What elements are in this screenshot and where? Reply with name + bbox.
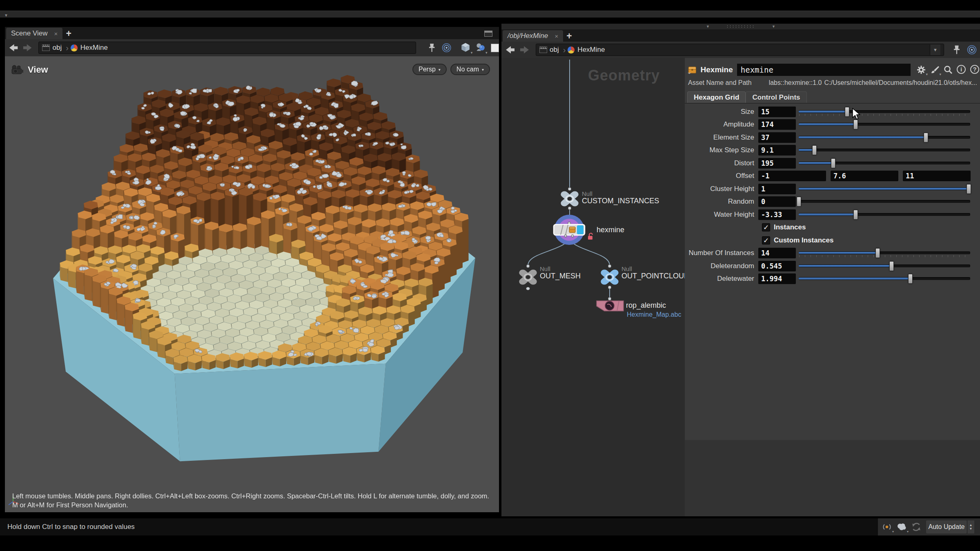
search-icon[interactable] [943, 65, 953, 75]
node-out-pointcloud[interactable] [599, 268, 620, 286]
tab-scene-view[interactable]: Scene View × [6, 28, 62, 39]
memory-brain-icon[interactable]: ▾ [896, 522, 907, 532]
checkbox-custom-instances[interactable]: ✓ [762, 236, 770, 244]
tab-close-icon[interactable]: × [555, 33, 558, 40]
scene-viewport[interactable]: View Persp▾ No cam▾ Left mouse tumbles. … [5, 56, 499, 512]
pane-collapse-icon[interactable]: ▼ [706, 25, 710, 29]
node-name-label[interactable]: OUT_POINTCLOUD [621, 272, 685, 280]
brush-icon[interactable]: ▾ [930, 65, 940, 75]
pane-collapse-icon[interactable]: ▼ [772, 25, 775, 29]
param-slider-cluster-height[interactable] [799, 183, 970, 195]
slider-handle[interactable] [797, 197, 801, 207]
param-slider-deleterandom[interactable] [799, 260, 970, 272]
gear-icon[interactable]: ▾ [916, 65, 926, 75]
path-dropdown-button[interactable]: ▼ [930, 44, 940, 55]
pin-icon[interactable] [426, 42, 438, 53]
pane-layout-icon[interactable] [484, 31, 492, 37]
param-field-cluster-height[interactable]: 1 [758, 184, 796, 194]
param-field-deletewater[interactable]: 1.994 [758, 273, 796, 284]
breadcrumb-obj[interactable]: obj [52, 44, 62, 52]
param-field-size[interactable]: 15 [758, 107, 796, 117]
forward-button[interactable] [519, 45, 531, 55]
param-slider-random[interactable] [799, 196, 970, 207]
radial-menu-icon[interactable] [966, 44, 978, 56]
shading-mode-icon[interactable]: ▾ [474, 42, 486, 53]
camera-dropdown[interactable]: No cam▾ [450, 64, 490, 75]
param-field-distort[interactable]: 195 [758, 158, 796, 169]
slider-handle[interactable] [967, 184, 971, 194]
update-mode-button[interactable]: Auto Update [926, 520, 967, 533]
param-field-amplitude[interactable]: 174 [758, 119, 796, 130]
node-name-label[interactable]: rop_alembic [626, 301, 666, 310]
back-button[interactable] [7, 43, 19, 53]
checkbox-instances[interactable]: ✓ [762, 223, 770, 231]
node-name-label[interactable]: OUT_MESH [540, 272, 581, 280]
network-path-breadcrumb[interactable]: obj › HexMine ▼ [536, 44, 944, 56]
slider-handle[interactable] [908, 274, 913, 284]
hda-chest-icon[interactable] [687, 64, 697, 75]
node-name-label[interactable]: CUSTOM_INSTANCES [582, 197, 659, 205]
param-field-max-step-size[interactable]: 9.1 [758, 145, 796, 156]
param-slider-water-height[interactable] [799, 209, 970, 220]
pane-grip-handle[interactable] [726, 25, 755, 28]
slider-handle[interactable] [831, 158, 835, 168]
param-field-offset-0[interactable]: -1 [758, 171, 826, 181]
param-slider-size[interactable] [799, 106, 970, 118]
slider-handle[interactable] [853, 120, 858, 129]
param-field-element-size[interactable]: 37 [758, 132, 796, 143]
param-slider-amplitude[interactable] [799, 119, 970, 130]
param-slider-element-size[interactable] [799, 132, 970, 143]
node-hexmine[interactable] [554, 215, 585, 245]
back-button[interactable] [504, 45, 516, 55]
breadcrumb-hexmine[interactable]: HexMine [80, 44, 108, 52]
node-rop-alembic[interactable] [597, 301, 624, 311]
node-wires [528, 60, 610, 298]
slider-handle[interactable] [924, 133, 928, 142]
param-field-water-height[interactable]: -3.33 [758, 209, 796, 220]
param-slider-distort[interactable] [799, 158, 970, 169]
radial-menu-icon[interactable] [441, 42, 452, 53]
update-mode-spinner[interactable]: ▲▼ [967, 520, 974, 533]
geometry-display-icon[interactable]: ▾ [460, 42, 472, 53]
param-field-offset-2[interactable]: 11 [903, 171, 971, 181]
slider-handle[interactable] [889, 261, 894, 271]
recook-icon[interactable] [911, 522, 922, 532]
slider-handle[interactable] [853, 210, 858, 220]
breadcrumb-obj[interactable]: obj [550, 46, 559, 54]
tab-control-points[interactable]: Control Points [746, 91, 806, 103]
info-icon[interactable]: i [957, 65, 967, 75]
path-breadcrumb[interactable]: obj › HexMine [38, 42, 416, 54]
new-tab-button[interactable]: + [563, 30, 575, 42]
tab-close-icon[interactable]: × [54, 30, 58, 37]
param-slider-deletewater[interactable] [799, 273, 970, 284]
slider-handle[interactable] [845, 107, 849, 117]
projection-dropdown[interactable]: Persp▾ [412, 64, 447, 75]
node-name-input[interactable]: hexmine [737, 64, 911, 76]
pane-divider-strip-right[interactable]: ▼ ▼ [501, 24, 980, 29]
tab-obj-hexmine[interactable]: /obj/HexMine × [503, 30, 563, 42]
param-field-random[interactable]: 0 [758, 196, 796, 207]
interrupt-icon[interactable]: ▾ [881, 522, 893, 532]
pane-divider-strip[interactable]: ▼ [0, 11, 980, 18]
param-slider-number-of-instances[interactable] [799, 247, 970, 259]
node-out-mesh[interactable] [518, 268, 539, 290]
param-slider-max-step-size[interactable] [799, 144, 970, 156]
tab-hexagon-grid[interactable]: Hexagon Grid [687, 91, 746, 103]
slider-handle[interactable] [875, 248, 880, 258]
new-tab-button[interactable]: + [62, 28, 75, 39]
slider-handle[interactable] [812, 145, 817, 155]
breadcrumb-hexmine[interactable]: HexMine [577, 46, 605, 54]
help-icon[interactable]: ? [970, 65, 980, 75]
param-field-number-of-instances[interactable]: 14 [758, 248, 796, 258]
network-tabbar: /obj/HexMine × + [501, 29, 980, 42]
forward-button[interactable] [22, 43, 33, 53]
param-field-deleterandom[interactable]: 0.545 [758, 261, 796, 271]
viewport-canvas[interactable] [5, 56, 499, 512]
pane-collapse-icon[interactable]: ▼ [0, 12, 8, 19]
network-editor[interactable]: Geometry [501, 58, 685, 516]
param-field-offset-1[interactable]: 7.6 [831, 171, 898, 181]
display-options-icon[interactable] [491, 44, 499, 52]
pin-icon[interactable] [951, 44, 963, 56]
node-name-label[interactable]: hexmine [597, 226, 624, 234]
node-custom-instances[interactable] [559, 190, 580, 207]
